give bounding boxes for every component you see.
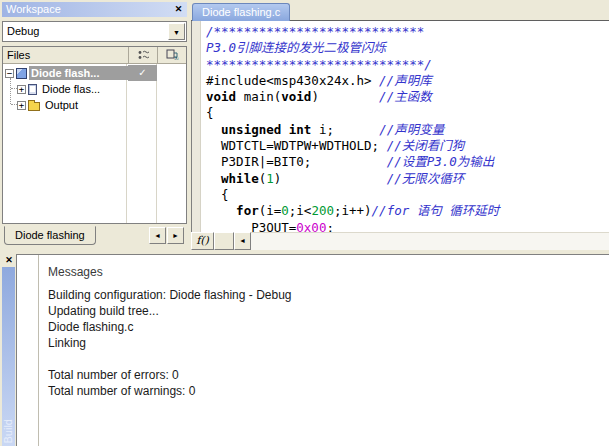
log-column-divider (38, 255, 39, 446)
collapse-icon[interactable]: − (5, 69, 14, 78)
workspace-panel: Workspace ✕ Debug ▼ Files (2, 2, 187, 248)
goto-function-button[interactable]: f() (191, 232, 214, 250)
source-file-icon (28, 84, 37, 95)
code-line: *****************************/ (206, 57, 609, 73)
tree-item-source[interactable]: + Diode flas... (3, 81, 186, 97)
message-line: Linking (48, 335, 605, 351)
project-tree: − Diode flash... ✓ + Diode flas... + (3, 64, 186, 223)
code-line: void main(void) //主函数 (206, 89, 609, 105)
messages-list: Building configuration: Diode flashing -… (48, 287, 605, 399)
configuration-value: Debug (7, 25, 39, 37)
files-tree-panel: Files 10 (2, 46, 187, 224)
ide-window: Workspace ✕ Debug ▼ Files (0, 0, 609, 446)
code-line: P3OUT=0x00; (206, 220, 609, 232)
files-column-header: Files 10 (3, 47, 186, 64)
hscroll-left-icon[interactable]: ◄ (234, 232, 251, 250)
code-line: #include<msp430x24x.h> //声明库 (206, 73, 609, 89)
editor-bottom-bar: f() ◄ (191, 232, 609, 250)
message-line: Diode flashing.c (48, 319, 605, 335)
code-line: /**************************** (206, 24, 609, 40)
build-titlebar-vertical[interactable]: ✕ Build (2, 254, 16, 446)
breakpoint-gutter[interactable] (192, 21, 201, 232)
messages-header: Messages (48, 265, 103, 279)
chevron-down-icon[interactable]: ▼ (168, 23, 185, 40)
message-line: Updating build tree... (48, 303, 605, 319)
workspace-tab-row: Diode flashing ◄ ► (2, 226, 187, 248)
code-line: { (206, 105, 609, 121)
build-log[interactable]: Messages Building configuration: Diode f… (16, 254, 609, 446)
files-header-label: Files (3, 47, 128, 63)
folder-icon (28, 102, 40, 111)
close-icon[interactable]: ✕ (2, 254, 16, 267)
svg-text:10: 10 (174, 56, 179, 61)
tree-item-label: Output (43, 98, 128, 112)
tree-item-output[interactable]: + Output (3, 97, 186, 113)
message-line: Building configuration: Diode flashing -… (48, 287, 605, 303)
tree-item-label: Diode flas... (40, 82, 128, 96)
file-status-column-icon (128, 47, 157, 63)
code-line: for(i=0;i<200;i++)//for 语句 循环延时 (206, 203, 609, 219)
tab-scroll-right-icon[interactable]: ► (167, 227, 184, 244)
expand-icon[interactable]: + (17, 85, 26, 94)
message-line (48, 351, 605, 367)
code-line: { (206, 187, 609, 203)
project-cube-icon (16, 68, 27, 79)
editor-tabbar: Diode flashing.c (191, 2, 609, 21)
project-checkmark: ✓ (128, 65, 157, 81)
build-vertical-title: Build (2, 419, 15, 443)
message-line: Total number of warnings: 0 (48, 383, 605, 399)
workspace-tab-diode-flashing[interactable]: Diode flashing (4, 226, 96, 245)
code-line: while(1) //无限次循环 (206, 171, 609, 187)
expand-icon[interactable]: + (17, 101, 26, 110)
editor-content[interactable]: /****************************P3.0引脚连接的发光… (191, 21, 609, 232)
editor-tab-active[interactable]: Diode flashing.c (192, 3, 290, 21)
code-line: unsigned int i; //声明变量 (206, 122, 609, 138)
tab-scroll-left-icon[interactable]: ◄ (149, 227, 166, 244)
configuration-dropdown[interactable]: Debug ▼ (2, 21, 187, 42)
close-icon[interactable]: ✕ (172, 3, 185, 16)
workspace-titlebar[interactable]: Workspace ✕ (2, 2, 187, 17)
code-lines[interactable]: /****************************P3.0引脚连接的发光… (201, 21, 609, 232)
bookmark-button[interactable] (214, 232, 234, 250)
file-output-column-icon: 10 (157, 47, 186, 63)
code-line: P3DIR|=BIT0; //设置P3.0为输出 (206, 154, 609, 170)
code-line: P3.0引脚连接的发光二极管闪烁 (206, 40, 609, 56)
horizontal-scrollbar[interactable] (251, 232, 609, 250)
message-line: Total number of errors: 0 (48, 367, 605, 383)
workspace-title: Workspace (6, 3, 61, 15)
tree-item-label: Diode flash... (29, 66, 128, 80)
tree-item-project[interactable]: − Diode flash... ✓ (3, 65, 186, 81)
code-line: WDTCTL=WDTPW+WDTHOLD; //关闭看门狗 (206, 138, 609, 154)
build-panel: ✕ Build Messages Building configuration:… (2, 254, 609, 446)
editor-panel: Diode flashing.c /**********************… (191, 2, 609, 250)
